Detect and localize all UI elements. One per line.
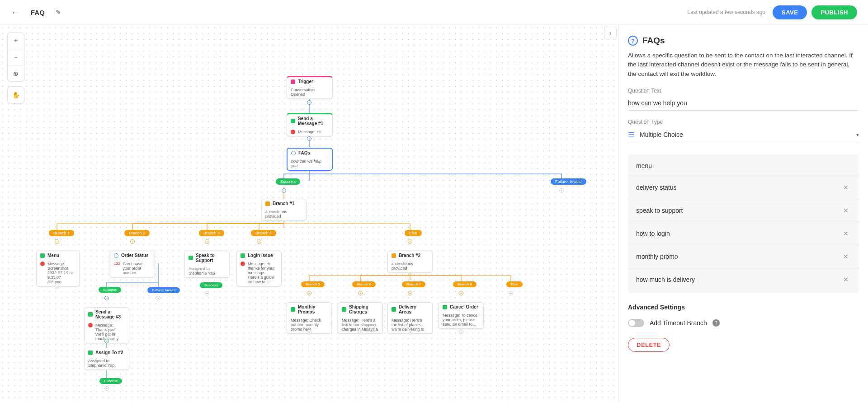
options-list: menudelivery status✕speak to support✕how… — [628, 154, 859, 293]
pill-b4: Branch 4 — [251, 230, 276, 236]
node-title: Send a Message #3 — [95, 309, 125, 319]
option-label: how to login — [636, 230, 841, 237]
question-type-select[interactable]: ☰ Multiple Choice ▾ — [628, 127, 859, 143]
remove-option-icon[interactable]: ✕ — [841, 182, 851, 192]
node-title: Monthly Promos — [298, 304, 328, 314]
node-cancel[interactable]: Cancel Order Message: To cancel your ord… — [439, 302, 484, 329]
advanced-settings-heading: Advanced Settings — [628, 304, 859, 311]
pill-b3: Branch 3 — [199, 230, 224, 236]
option-row[interactable]: how much is delivery✕ — [628, 268, 859, 291]
question-circle-icon: ? — [628, 36, 638, 46]
option-label: monthly promo — [636, 253, 841, 260]
node-body: Message: Screenshot 2022-07-19 at 9.33.0… — [47, 262, 75, 284]
pill-b5: Branch 5 — [301, 281, 325, 287]
side-panel: ? FAQs Allows a specific question to be … — [618, 25, 868, 402]
pill-success: Success — [276, 178, 300, 185]
node-title: Trigger — [298, 79, 313, 84]
help-icon[interactable]: ? — [712, 319, 720, 327]
remove-option-icon[interactable]: ✕ — [841, 229, 851, 238]
chevron-down-icon: ▾ — [856, 131, 859, 138]
node-monthly[interactable]: Monthly Promos Message: Check out our mo… — [287, 302, 332, 334]
option-label: speak to support — [636, 207, 841, 214]
question-type-value: Multiple Choice — [640, 131, 851, 138]
last-updated: Last updated a few seconds ago — [687, 9, 765, 15]
list-icon: ☰ — [628, 131, 634, 139]
node-title: Order Status — [121, 253, 149, 258]
node-title: Menu — [47, 253, 59, 258]
node-menu[interactable]: Menu Message: Screenshot 2022-07-19 at 9… — [36, 251, 80, 286]
remove-option-icon[interactable]: ✕ — [841, 275, 851, 285]
node-body: 4 conditions provided — [392, 262, 429, 271]
option-label: delivery status — [636, 184, 841, 191]
page-title: FAQ — [31, 9, 45, 16]
pill-b7: Branch 7 — [402, 281, 425, 287]
node-body: Message: Hi — [298, 130, 321, 134]
top-bar: ← FAQ ✎ Last updated a few seconds ago S… — [0, 0, 868, 25]
node-body: Conversation Opened — [291, 88, 329, 97]
node-trigger[interactable]: Trigger Conversation Opened — [287, 76, 333, 99]
pill-else2: Else — [506, 281, 523, 287]
edit-icon[interactable]: ✎ — [56, 9, 61, 16]
question-text-input[interactable]: how can we help you — [628, 96, 859, 111]
node-title: Send a Message #1 — [298, 116, 329, 126]
node-send-msg-1[interactable]: Send a Message #1 Message: Hi — [287, 113, 333, 136]
node-assign-2[interactable]: Assign To #2 Assigned to Stephanie Yap — [84, 348, 129, 370]
node-body: Message: To cancel your order, please se… — [443, 313, 480, 327]
node-title: Cancel Order — [450, 304, 478, 309]
node-title: Branch #1 — [273, 201, 294, 206]
workflow-canvas[interactable]: › ＋ － ⊕ ✋ — [0, 25, 618, 402]
option-label: menu — [636, 162, 851, 169]
option-row[interactable]: menu — [628, 156, 859, 176]
node-order-status[interactable]: Order Status 123Can I have your order nu… — [110, 251, 155, 277]
node-body: Assigned to Stephanie Yap — [88, 359, 125, 368]
node-delivery[interactable]: Delivery Areas Message: Here's the list … — [387, 302, 433, 334]
node-body: Can I have your order number — [123, 262, 151, 275]
pill-b2: Branch 2 — [124, 230, 150, 236]
collapse-panel-icon[interactable]: › — [604, 27, 617, 39]
panel-title: ? FAQs — [628, 36, 859, 46]
option-row[interactable]: monthly promo✕ — [628, 245, 859, 268]
pill-success2: Success — [99, 287, 121, 293]
pill-b8: Branch 8 — [453, 281, 476, 287]
publish-button[interactable]: PUBLISH — [811, 5, 857, 19]
pill-success3: Success — [200, 282, 222, 288]
node-title: Speak to Support — [196, 253, 226, 263]
back-icon[interactable]: ← — [11, 7, 20, 18]
question-type-label: Question Type — [628, 119, 859, 125]
node-body: Message: Hi, thanks for your message. He… — [248, 262, 278, 284]
node-faqs[interactable]: FAQs how can we help you — [287, 148, 333, 171]
option-row[interactable]: speak to support✕ — [628, 199, 859, 222]
node-title: Branch #2 — [399, 253, 420, 258]
remove-option-icon[interactable]: ✕ — [841, 252, 851, 262]
pill-b1: Branch 1 — [49, 230, 74, 236]
node-body: 4 conditions provided — [265, 210, 302, 219]
node-branch-1[interactable]: Branch #1 4 conditions provided — [261, 199, 307, 221]
pill-else: Else — [405, 230, 422, 236]
node-body: Assigned to Stephanie Yap — [189, 266, 226, 276]
delete-button[interactable]: DELETE — [628, 338, 670, 352]
node-branch-2[interactable]: Branch #2 4 conditions provided — [387, 251, 433, 273]
pill-success4: Success — [99, 378, 122, 384]
node-title: Delivery Areas — [399, 304, 429, 314]
node-support[interactable]: Speak to Support Assigned to Stephanie Y… — [184, 251, 230, 278]
pill-failure2: Failure: Invalid — [147, 287, 180, 293]
node-title: Shipping Charges — [349, 304, 379, 314]
node-login[interactable]: Login Issue Message: Hi, thanks for your… — [236, 251, 282, 286]
node-send-msg-3[interactable]: Send a Message #3 Message: Thank you! We… — [84, 307, 129, 343]
timeout-label: Add Timeout Branch — [650, 319, 707, 327]
node-body: Message: Thank you! We'll get in touch s… — [95, 323, 125, 341]
option-row[interactable]: delivery status✕ — [628, 176, 859, 199]
node-title: Login Issue — [248, 253, 273, 258]
option-label: how much is delivery — [636, 276, 841, 283]
save-button[interactable]: SAVE — [773, 5, 807, 19]
question-text-label: Question Text — [628, 88, 859, 94]
remove-option-icon[interactable]: ✕ — [841, 206, 851, 215]
pill-failure: Failure: Invalid — [551, 178, 586, 185]
panel-description: Allows a specific question to be sent to… — [628, 51, 859, 79]
pill-b6: Branch 6 — [352, 281, 376, 287]
node-title: FAQs — [298, 150, 310, 155]
timeout-toggle[interactable] — [628, 319, 644, 327]
option-row[interactable]: how to login✕ — [628, 222, 859, 245]
node-shipping[interactable]: Shipping Charges Message: Here's a link … — [338, 302, 383, 334]
node-title: Assign To #2 — [95, 350, 123, 355]
